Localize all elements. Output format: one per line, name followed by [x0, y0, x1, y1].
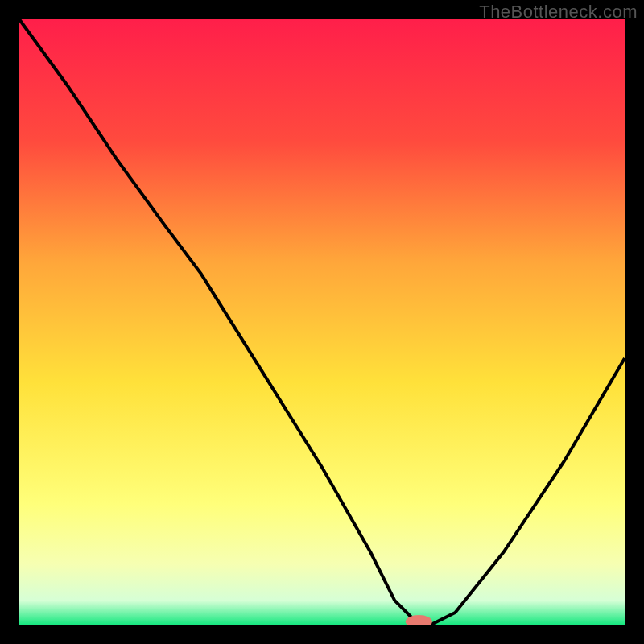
- bottleneck-chart: [19, 19, 625, 625]
- plot-area: [19, 19, 625, 625]
- watermark-text: TheBottleneck.com: [479, 2, 638, 23]
- gradient-background: [19, 19, 625, 625]
- chart-frame: TheBottleneck.com: [0, 0, 644, 644]
